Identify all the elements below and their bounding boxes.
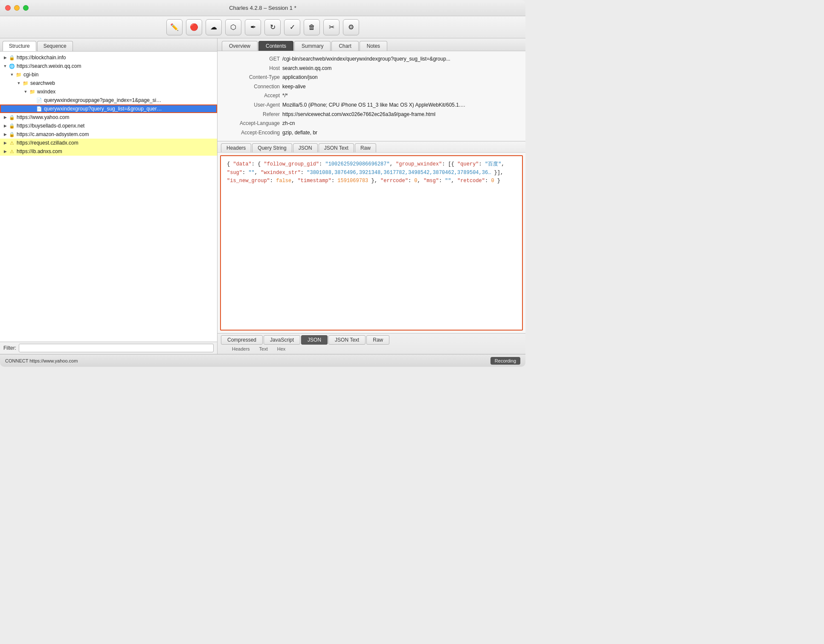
tools-button[interactable]: ✂	[323, 19, 339, 35]
tree-label-searchweb: searchweb	[30, 80, 55, 86]
tab-summary[interactable]: Summary	[294, 41, 331, 51]
tree-item-blockchain[interactable]: ▶ 🔒 https://blockchain.info	[0, 53, 217, 62]
maximize-button[interactable]	[23, 5, 29, 11]
resp-tab-json[interactable]: JSON	[293, 143, 318, 152]
tree-label-buysellads: https://buysellads-d.openx.net	[17, 123, 84, 129]
tree-item-yahoo[interactable]: ▶ 🔒 https://www.yahoo.com	[0, 113, 217, 122]
toolbar: ✏️ 🔴 ☁ ⬡ ✒ ↻ ✓ 🗑 ✂ ⚙	[0, 16, 525, 38]
tree-label-blockchain: https://blockchain.info	[17, 55, 66, 61]
header-row-get: GET /cgi-bin/searchweb/wxindex/querywxin…	[224, 55, 519, 64]
bottom-tab-row2: Headers Text Hex	[218, 345, 525, 354]
tree-arrow-wxindex: ▼	[22, 88, 29, 95]
header-row-referer: Referer https://servicewechat.com/wxc026…	[224, 110, 519, 119]
header-value-referer: https://servicewechat.com/wxc026e7662ec2…	[282, 110, 519, 119]
json-content-area: { "data": { "follow_group_gid": "1002625…	[220, 155, 523, 331]
bot-tab-json[interactable]: JSON	[301, 335, 328, 345]
filter-bar: Filter:	[0, 342, 217, 354]
lock-icon-buysellads: 🔒	[9, 122, 15, 129]
tab-contents[interactable]: Contents	[258, 41, 293, 51]
header-value-connection: keep-alive	[282, 82, 519, 92]
resp-tab-jsontext[interactable]: JSON Text	[319, 143, 354, 152]
minimize-button[interactable]	[14, 5, 20, 11]
repeat-button[interactable]: ↻	[264, 19, 281, 35]
tree-label-czilladx: https://request.czilladx.com	[17, 140, 78, 146]
close-button[interactable]	[5, 5, 11, 11]
left-panel: Structure Sequence ▶ 🔒 https://blockchai…	[0, 38, 218, 354]
header-value-get: /cgi-bin/searchweb/wxindex/querywxindexg…	[282, 55, 519, 64]
bot-tab-raw[interactable]: Raw	[366, 335, 389, 345]
tree-arrow-buysellads: ▶	[2, 122, 9, 129]
pencil-button[interactable]: ✏️	[166, 19, 183, 35]
folder-icon-searchweb: 📁	[22, 80, 29, 87]
bot-tab-headers[interactable]: Headers	[228, 345, 254, 352]
header-key-host: Host	[224, 64, 280, 73]
header-key-accept: Accept	[224, 91, 280, 101]
header-key-connection: Connection	[224, 82, 280, 92]
header-value-accept: */*	[282, 91, 519, 101]
tree-arrow-yahoo: ▶	[2, 114, 9, 121]
header-key-useragent: User-Agent	[224, 101, 280, 110]
tree-item-adnxs[interactable]: ▶ ⚠ https://ib.adnxs.com	[0, 147, 217, 156]
filter-input[interactable]	[19, 344, 214, 352]
tree-arrow-czilladx: ▶	[2, 139, 9, 146]
tree-item-amazon[interactable]: ▶ 🔒 https://c.amazon-adsystem.com	[0, 130, 217, 139]
tab-structure[interactable]: Structure	[3, 41, 36, 51]
tree-label-yahoo: https://www.yahoo.com	[17, 114, 69, 120]
header-value-content-type: application/json	[282, 73, 519, 82]
left-tab-bar: Structure Sequence	[0, 38, 217, 52]
bot-tab-text[interactable]: Text	[255, 345, 272, 352]
tree-item-cgibin[interactable]: ▼ 📁 cgi-bin	[0, 70, 217, 79]
tree-arrow-adnxs: ▶	[2, 148, 9, 155]
tab-notes[interactable]: Notes	[360, 41, 387, 51]
tree-item-searchweb[interactable]: ▼ 📁 searchweb	[0, 79, 217, 87]
main-layout: Structure Sequence ▶ 🔒 https://blockchai…	[0, 38, 525, 354]
resp-tab-raw[interactable]: Raw	[355, 143, 376, 152]
tree-item-query1[interactable]: 📄 querywxindexgrouppage?page_index=1&pag…	[0, 96, 217, 104]
tree-item-wxindex[interactable]: ▼ 📁 wxindex	[0, 87, 217, 96]
clear-button[interactable]: 🗑	[304, 19, 320, 35]
file-icon-query2: 📄	[36, 105, 43, 112]
bottom-tab-area: Compressed JavaScript JSON JSON Text Raw…	[218, 333, 525, 354]
record-button[interactable]: 🔴	[186, 19, 202, 35]
tree-item-query2[interactable]: 📄 querywxindexgroup?query_sug_list=&grou…	[0, 104, 217, 113]
header-row-connection: Connection keep-alive	[224, 82, 519, 92]
validate-button[interactable]: ✓	[284, 19, 300, 35]
header-value-useragent: Mozilla/5.0 (iPhone; CPU iPhone OS 11_3 …	[282, 101, 519, 110]
bot-tab-jsontext[interactable]: JSON Text	[328, 335, 366, 345]
tree-item-weixin[interactable]: ▼ 🌐 https://search.weixin.qq.com	[0, 62, 217, 70]
header-row-useragent: User-Agent Mozilla/5.0 (iPhone; CPU iPho…	[224, 101, 519, 110]
header-key-accept-lang: Accept-Language	[224, 119, 280, 128]
resp-tab-querystring[interactable]: Query String	[252, 143, 292, 152]
tree-arrow-blockchain: ▶	[2, 54, 9, 61]
bot-tab-hex[interactable]: Hex	[273, 345, 290, 352]
tab-chart[interactable]: Chart	[331, 41, 358, 51]
header-row-accept-lang: Accept-Language zh-cn	[224, 119, 519, 128]
tree-arrow-weixin: ▼	[2, 63, 9, 70]
header-key-referer: Referer	[224, 110, 280, 119]
compose-button[interactable]: ✒	[245, 19, 261, 35]
cloud-button[interactable]: ☁	[206, 19, 222, 35]
tree-label-wxindex: wxindex	[37, 89, 55, 95]
tree-item-czilladx[interactable]: ▶ ⚠ https://request.czilladx.com	[0, 139, 217, 147]
tree-item-buysellads[interactable]: ▶ 🔒 https://buysellads-d.openx.net	[0, 122, 217, 130]
tab-overview[interactable]: Overview	[222, 41, 258, 51]
window-controls	[5, 5, 29, 11]
warning-icon-czilladx: ⚠	[9, 139, 15, 146]
tree-label-amazon: https://c.amazon-adsystem.com	[17, 131, 89, 137]
breakpoints-button[interactable]: ⬡	[225, 19, 241, 35]
header-key-get: GET	[224, 55, 280, 64]
resp-tab-headers[interactable]: Headers	[221, 143, 251, 152]
settings-button[interactable]: ⚙	[343, 19, 359, 35]
tab-sequence[interactable]: Sequence	[37, 41, 73, 51]
globe-icon-weixin: 🌐	[9, 63, 15, 70]
window-title: Charles 4.2.8 – Session 1 *	[229, 5, 296, 11]
header-row-host: Host search.weixin.qq.com	[224, 64, 519, 73]
filter-label: Filter:	[3, 345, 16, 351]
titlebar: Charles 4.2.8 – Session 1 *	[0, 0, 525, 16]
bot-tab-javascript[interactable]: JavaScript	[264, 335, 300, 345]
file-icon-query1: 📄	[36, 97, 43, 104]
header-row-accept: Accept */*	[224, 91, 519, 101]
recording-badge: Recording	[490, 357, 520, 365]
tree-arrow-searchweb: ▼	[15, 80, 22, 87]
bot-tab-compressed[interactable]: Compressed	[221, 335, 263, 345]
